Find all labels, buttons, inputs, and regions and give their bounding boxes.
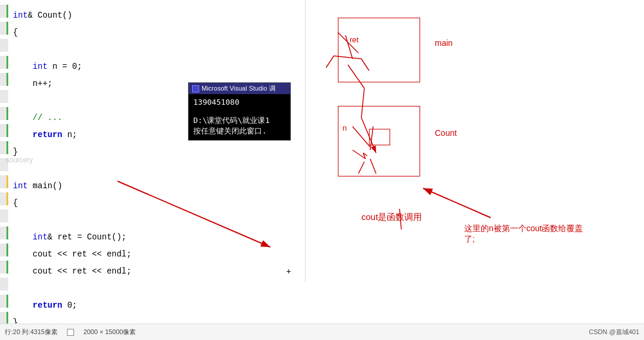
- code-editor: int& Count(){ int n = 0; n++; // ... ret…: [0, 0, 306, 282]
- label-ret-inside: ret: [350, 35, 358, 44]
- code-line-3: int n = 0;: [0, 56, 305, 73]
- console-line-2: [193, 106, 286, 115]
- code-line-9: [0, 158, 305, 175]
- annotation-cout: cout是函数调用: [361, 212, 422, 223]
- statusbar-position: 行:20 列:4315像素: [5, 328, 58, 336]
- code-line-14: cout << ret << endl;: [0, 244, 305, 261]
- code-line-17: return 0;: [0, 295, 305, 312]
- code-line-10: int main(): [0, 175, 305, 192]
- statusbar-checkbox-area: [67, 329, 74, 336]
- diagram-area: main ret Count n cout是函数调用 这里的n被第一个cout函…: [320, 12, 638, 306]
- code-line-11: {: [0, 192, 305, 209]
- console-content: 1390451080 D:\课堂代码\就业课1 按任意键关闭此窗口.: [189, 94, 290, 140]
- annotation-n: 这里的n被第一个cout函数给覆盖了;: [464, 224, 593, 245]
- diagram-box-main: [338, 18, 420, 82]
- cursor-plus: +: [286, 267, 291, 276]
- label-main: main: [435, 38, 452, 48]
- code-line-0: int& Count(): [0, 5, 305, 22]
- code-line-15: cout << ret << endl;: [0, 261, 305, 278]
- code-line-1: {: [0, 22, 305, 39]
- code-line-16: [0, 278, 305, 295]
- console-titlebar: Microsoft Visual Studio 调: [189, 83, 290, 94]
- label-n-inside: n: [343, 124, 347, 132]
- statusbar-author: CSDN @嘉城401: [589, 328, 639, 336]
- diagram-box-count: [338, 106, 420, 176]
- inner-rect-n: [369, 129, 390, 145]
- console-line-3: D:\课堂代码\就业课1: [193, 115, 286, 126]
- console-title: Microsoft Visual Studio 调: [202, 84, 276, 93]
- vs-icon: [192, 85, 199, 92]
- console-popup: Microsoft Visual Studio 调 1390451080 D:\…: [188, 82, 291, 141]
- code-line-2: [0, 39, 305, 56]
- statusbar: 行:20 列:4315像素 2000 × 15000像素 CSDN @嘉城401: [0, 324, 644, 340]
- code-line-8: }: [0, 141, 305, 158]
- label-count: Count: [435, 128, 457, 138]
- code-line-13: int& ret = Count();: [0, 226, 305, 244]
- console-line-4: 按任意键关闭此窗口.: [193, 126, 286, 136]
- code-line-12: [0, 209, 305, 226]
- statusbar-checkbox[interactable]: [67, 329, 74, 336]
- statusbar-pagesize: 2000 × 15000像素: [83, 328, 136, 336]
- console-line-1: 1390451080: [193, 98, 286, 106]
- watermark: sourcery: [6, 156, 33, 164]
